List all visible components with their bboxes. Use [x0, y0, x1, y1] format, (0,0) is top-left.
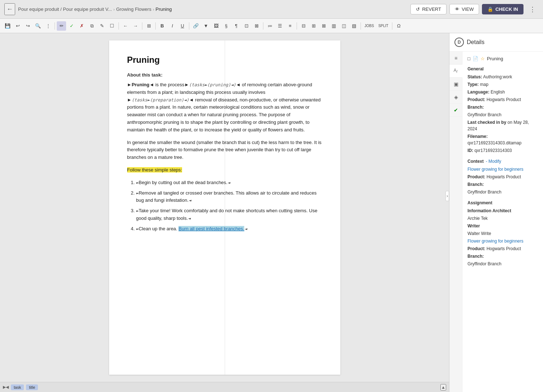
person2-row: Walter Write	[467, 230, 538, 237]
comment-button[interactable]: ☐	[107, 21, 117, 31]
table2-button[interactable]: ⊞	[309, 21, 318, 31]
conref-button[interactable]: ⊡	[242, 21, 251, 31]
undo-button[interactable]: ↩	[13, 21, 22, 31]
context-link1-row: Flower growing for beginners	[467, 166, 538, 173]
reject-icon: ✗	[80, 23, 84, 29]
reject-change-button[interactable]: ✗	[77, 21, 86, 31]
section-button[interactable]: §	[221, 21, 231, 31]
table4-button[interactable]: ▥	[329, 21, 339, 31]
header-actions: ↺ REVERT 👁 VIEW 🔒 CHECK IN ⋮	[410, 4, 539, 15]
table2-icon: ⊞	[312, 23, 316, 29]
nav-right-button[interactable]: →	[131, 21, 140, 31]
split-button[interactable]: SPLIT	[376, 21, 390, 31]
image-button[interactable]: 🖼	[211, 21, 221, 31]
revert-icon: ↺	[416, 6, 420, 12]
editor-scroll[interactable]: Pruning About this task: ►Pruning◄ is th…	[0, 33, 449, 382]
review-icon: A/	[454, 68, 458, 74]
redo-button[interactable]: ↪	[23, 21, 33, 31]
italic-button[interactable]: I	[168, 21, 177, 31]
zoom-icon: 🔍	[35, 23, 41, 29]
branch-value-row: Gryffindor Branch	[467, 112, 538, 118]
undo-icon: ↩	[16, 23, 20, 29]
dropdown-button[interactable]: ▼	[201, 21, 211, 31]
bottom-status-bar: ▶◀ task title ▲	[0, 382, 449, 392]
special-char-button[interactable]: Ω	[394, 21, 404, 31]
panel-tab-checklist[interactable]: ✔	[449, 104, 462, 117]
bold-button[interactable]: B	[158, 21, 167, 31]
editor-page[interactable]: Pruning About this task: ►Pruning◄ is th…	[109, 40, 340, 375]
link-button[interactable]: 🔗	[191, 21, 201, 31]
table6-button[interactable]: ▧	[349, 21, 359, 31]
save-button[interactable]: 💾	[3, 21, 12, 31]
revert-button[interactable]: ↺ REVERT	[410, 4, 447, 14]
zoom-button[interactable]: 🔍	[33, 21, 43, 31]
context-product-value: Hogwarts Product	[487, 174, 521, 179]
underline-button[interactable]: U	[178, 21, 187, 31]
edit-mode-button[interactable]: ✏	[57, 21, 66, 31]
split-icon: SPLIT	[378, 24, 388, 28]
doc-name: Pruning	[487, 56, 503, 61]
assignment-flower-link[interactable]: Flower growing for beginners	[467, 239, 523, 244]
details-panel: D Details ≡ A/ ▣ ◈ ✔	[449, 33, 543, 392]
keyref-icon: ⊠	[255, 23, 259, 29]
assignment-product-label: Product:	[467, 246, 485, 251]
table3-button[interactable]: ⊠	[319, 21, 328, 31]
product-value: Hogwarts Product	[487, 97, 521, 102]
view-label: VIEW	[462, 6, 474, 12]
context-section: Context - Modify Flower growing for begi…	[467, 159, 538, 195]
table-button[interactable]: ⊟	[299, 21, 308, 31]
omega-icon: Ω	[397, 23, 401, 29]
copy-button[interactable]: ⧉	[87, 21, 96, 31]
tag-task[interactable]: task	[11, 384, 24, 390]
paragraph-icon: ¶	[235, 23, 238, 29]
jobs-button[interactable]: JOBS	[363, 21, 376, 31]
keyref-button[interactable]: ⊠	[252, 21, 261, 31]
context-flower-link[interactable]: Flower growing for beginners	[467, 167, 523, 172]
table5-button[interactable]: ◫	[339, 21, 349, 31]
doc-star-icon[interactable]: ☆	[480, 56, 485, 61]
person1-value: Archie Tek	[467, 216, 488, 221]
accept-change-button[interactable]: ✓	[67, 21, 76, 31]
paragraph-button[interactable]: ¶	[232, 21, 241, 31]
breadcrumb-sep2: ›	[153, 7, 154, 12]
breadcrumb-growing-flowers[interactable]: Growing Flowers	[116, 6, 151, 12]
panel-tab-tags[interactable]: ◈	[449, 91, 462, 104]
role1-label: Information Architect	[467, 208, 511, 213]
status-value: Authoring:work	[483, 74, 512, 79]
view-button[interactable]: 👁 VIEW	[449, 4, 479, 14]
assignment-link2-row: Flower growing for beginners	[467, 238, 538, 244]
more-options-button[interactable]: ⋮	[526, 4, 539, 15]
edit-button[interactable]: ✎	[97, 21, 107, 31]
back-button[interactable]: ←	[4, 3, 15, 15]
role2-row: Writer	[467, 223, 538, 229]
tag-title[interactable]: title	[26, 384, 38, 390]
collapse-button[interactable]: ▲	[440, 384, 446, 391]
breadcrumb-part1: Pour equipe produit / Pour equipe produi…	[18, 6, 112, 12]
context-modify-link[interactable]: - Modify	[486, 159, 501, 164]
context-branch1-label-row: Branch:	[467, 181, 538, 188]
doc-checkbox-icon: □	[467, 56, 470, 61]
unordered-list-button[interactable]: ☰	[275, 21, 285, 31]
panel-tab-review[interactable]: A/	[449, 65, 462, 78]
arrow-left-icon: ←	[123, 23, 128, 29]
panel-tab-layers[interactable]: ≡	[449, 52, 462, 65]
ol-icon: ≔	[268, 23, 272, 29]
id-value: qxr1716923314303	[474, 148, 512, 153]
save-icon: 💾	[5, 23, 10, 29]
product-row: Product: Hogwarts Product	[467, 96, 538, 103]
last-checked-row: Last checked in by on May 28, 2024	[467, 119, 538, 132]
step-4: ►Clean up the area. Burn all pest infest…	[136, 225, 322, 233]
checklist-icon: ✔	[454, 107, 458, 113]
panel-tab-comments[interactable]: ▣	[449, 78, 462, 91]
ordered-list-button[interactable]: ≔	[265, 21, 275, 31]
language-value: English	[491, 90, 505, 95]
list-button[interactable]: ≡	[285, 21, 295, 31]
assignment-branch2-value-row: Gryffindor Branch	[467, 261, 538, 267]
table3-icon: ⊠	[322, 23, 326, 29]
checkin-button[interactable]: 🔒 CHECK IN	[482, 4, 523, 14]
toolbar-sep-5	[189, 22, 189, 30]
toolbar-more-button[interactable]: ⋮	[43, 21, 53, 31]
nav-left-button[interactable]: ←	[121, 21, 130, 31]
insert-button[interactable]: ⊞	[144, 21, 154, 31]
context-header: Context - Modify	[467, 159, 538, 164]
